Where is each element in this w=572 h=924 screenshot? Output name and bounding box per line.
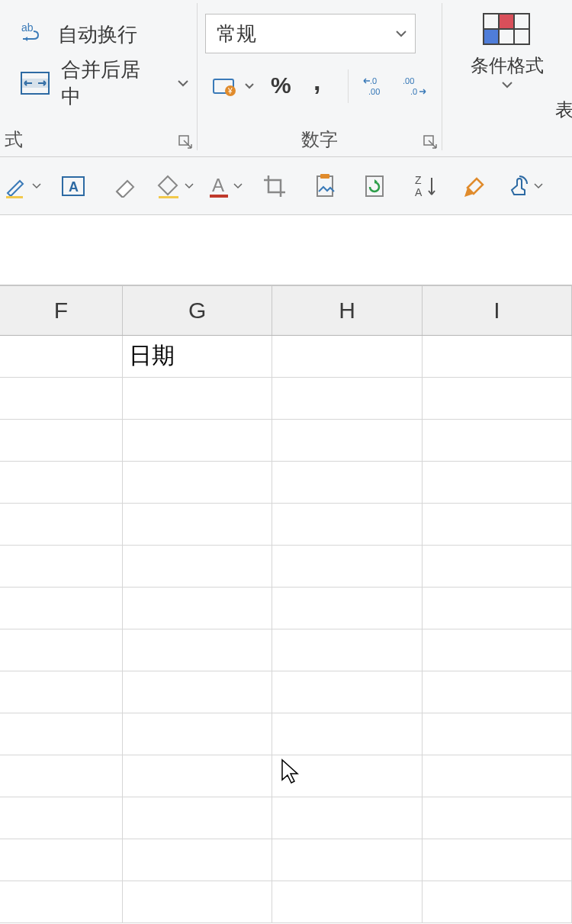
- cell-H1[interactable]: [272, 336, 422, 378]
- crop-button[interactable]: [256, 168, 293, 204]
- currency-dropdown-icon[interactable]: [244, 82, 255, 90]
- cell-I1[interactable]: [423, 336, 572, 378]
- cell-F9[interactable]: [0, 671, 123, 713]
- cell-H6[interactable]: [272, 546, 422, 588]
- grid-row: [0, 588, 572, 629]
- cell-G11[interactable]: [123, 755, 272, 797]
- alignment-dialog-launcher[interactable]: [178, 135, 194, 150]
- cell-H3[interactable]: [272, 420, 422, 462]
- cell-H4[interactable]: [272, 462, 422, 504]
- svg-text:%: %: [271, 75, 291, 98]
- cell-H9[interactable]: [272, 671, 422, 713]
- cell-H13[interactable]: [272, 839, 422, 881]
- highlighter-button[interactable]: [3, 173, 41, 199]
- cell-G10[interactable]: [123, 713, 272, 755]
- refresh-button[interactable]: [357, 168, 394, 204]
- cell-G7[interactable]: [123, 588, 272, 629]
- cell-I7[interactable]: [423, 588, 572, 629]
- touch-mode-button[interactable]: [508, 173, 543, 199]
- cell-F6[interactable]: [0, 546, 123, 588]
- cell-H10[interactable]: [272, 713, 422, 755]
- wrap-text-button[interactable]: ab 自动换行: [20, 15, 189, 53]
- cell-I8[interactable]: [423, 629, 572, 671]
- merge-dropdown-icon[interactable]: [177, 79, 189, 87]
- svg-rect-18: [499, 29, 514, 44]
- grid-row: [0, 378, 572, 420]
- cell-I3[interactable]: [423, 420, 572, 462]
- currency-button[interactable]: ¥: [205, 69, 244, 104]
- decrease-decimal-button[interactable]: .00 .0: [395, 69, 434, 104]
- svg-text:A: A: [212, 175, 224, 195]
- format-painter-button[interactable]: [458, 168, 494, 204]
- column-header-G[interactable]: G: [123, 286, 272, 335]
- comma-button[interactable]: ,: [301, 69, 340, 104]
- cell-I9[interactable]: [423, 671, 572, 713]
- cell-I13[interactable]: [423, 839, 572, 881]
- column-header-H[interactable]: H: [272, 286, 422, 335]
- sort-button[interactable]: ZA: [407, 168, 444, 204]
- svg-text:A: A: [415, 186, 423, 198]
- cell-G3[interactable]: [123, 420, 272, 462]
- svg-text:.00: .00: [403, 76, 414, 85]
- font-color-button[interactable]: A: [207, 173, 243, 199]
- cell-F13[interactable]: [0, 839, 123, 881]
- merge-center-icon: [20, 71, 50, 95]
- merge-center-button[interactable]: 合并后居中: [20, 64, 189, 102]
- cell-H8[interactable]: [272, 629, 422, 671]
- paste-image-button[interactable]: [307, 168, 343, 204]
- svg-rect-28: [366, 176, 383, 196]
- cell-F3[interactable]: [0, 420, 123, 462]
- cell-H2[interactable]: [272, 378, 422, 420]
- cell-G9[interactable]: [123, 671, 272, 713]
- cell-F14[interactable]: [0, 881, 123, 923]
- cell-G8[interactable]: [123, 629, 272, 671]
- number-dialog-launcher[interactable]: [423, 135, 439, 150]
- grid-row: [0, 713, 572, 755]
- chevron-down-icon: [233, 183, 243, 189]
- cell-F11[interactable]: [0, 755, 123, 797]
- column-header-I[interactable]: I: [423, 286, 572, 335]
- cell-I10[interactable]: [423, 713, 572, 755]
- cell-F8[interactable]: [0, 629, 123, 671]
- cell-F5[interactable]: [0, 504, 123, 546]
- number-format-select[interactable]: 常规: [205, 14, 416, 53]
- chevron-down-icon: [185, 183, 194, 189]
- cell-F2[interactable]: [0, 378, 123, 420]
- alignment-group-label: 式: [0, 127, 197, 152]
- cell-F7[interactable]: [0, 588, 123, 629]
- cell-F10[interactable]: [0, 713, 123, 755]
- cell-H14[interactable]: [272, 881, 422, 923]
- cell-I11[interactable]: [423, 755, 572, 797]
- cell-F4[interactable]: [0, 462, 123, 504]
- cell-H11[interactable]: [272, 755, 422, 797]
- cell-I14[interactable]: [423, 881, 572, 923]
- eraser-button[interactable]: [105, 168, 142, 204]
- cell-G13[interactable]: [123, 839, 272, 881]
- column-header-F[interactable]: F: [0, 286, 123, 335]
- text-box-button[interactable]: A: [55, 168, 92, 204]
- cell-F1[interactable]: [0, 336, 123, 378]
- cell-G14[interactable]: [123, 881, 272, 923]
- alignment-group: ab 自动换行 合并后居中 式: [0, 0, 197, 156]
- cell-I5[interactable]: [423, 504, 572, 546]
- cell-G2[interactable]: [123, 378, 272, 420]
- cell-I2[interactable]: [423, 378, 572, 420]
- cell-G4[interactable]: [123, 462, 272, 504]
- cell-G12[interactable]: [123, 797, 272, 839]
- cell-F12[interactable]: [0, 797, 123, 839]
- svg-rect-17: [484, 29, 499, 44]
- cell-G1[interactable]: 日期: [123, 336, 272, 378]
- cell-H7[interactable]: [272, 588, 422, 629]
- percent-button[interactable]: %: [262, 69, 301, 104]
- cell-I6[interactable]: [423, 546, 572, 588]
- cell-G5[interactable]: [123, 504, 272, 546]
- increase-decimal-button[interactable]: .0 .00: [356, 69, 395, 104]
- cell-G6[interactable]: [123, 546, 272, 588]
- cell-I4[interactable]: [423, 462, 572, 504]
- fill-color-button[interactable]: [156, 173, 194, 199]
- cell-H12[interactable]: [272, 797, 422, 839]
- conditional-format-button[interactable]: 条件格式: [471, 8, 544, 89]
- cell-I12[interactable]: [423, 797, 572, 839]
- svg-rect-16: [514, 14, 529, 29]
- cell-H5[interactable]: [272, 504, 422, 546]
